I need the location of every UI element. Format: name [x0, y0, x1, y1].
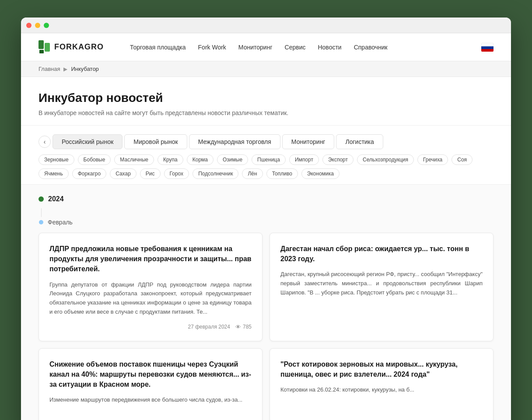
news-excerpt-3: Изменение маршрутов передвижения все бол…	[49, 396, 252, 405]
tag-wheat[interactable]: Пшеница	[252, 154, 286, 165]
breadcrumb-current: Инкубатор	[71, 66, 98, 72]
browser-minimize-dot[interactable]	[35, 23, 40, 28]
logo-text: FORKAGRO	[54, 42, 104, 52]
tag-forkagro[interactable]: Форкагро	[72, 168, 106, 179]
tag-soy[interactable]: Соя	[452, 154, 472, 165]
tag-sugar[interactable]: Сахар	[110, 168, 136, 179]
news-title-2: Дагестан начал сбор риса: ожидается ур..…	[280, 244, 483, 264]
breadcrumb: Главная ▶ Инкубатор	[21, 61, 511, 77]
news-meta-1: 27 февраля 2024 👁 785	[49, 324, 252, 330]
tag-export[interactable]: Экспорт	[322, 154, 354, 165]
tag-sunflower[interactable]: Подсолнечник	[192, 168, 238, 179]
tag-economy[interactable]: Экономика	[301, 168, 340, 179]
tag-barley[interactable]: Ячмень	[38, 168, 69, 179]
eye-icon-1: 👁	[235, 324, 241, 330]
page-header: Инкубатор новостей В инкубаторе новостей…	[21, 77, 511, 126]
browser-close-dot[interactable]	[26, 23, 32, 28]
timeline-month: Февраль	[38, 219, 494, 226]
logo[interactable]: FORKAGRO	[38, 40, 104, 54]
tab-monitoring[interactable]: Мониторинг	[282, 134, 335, 149]
nav-trading[interactable]: Торговая площадка	[130, 44, 186, 51]
svg-rect-0	[38, 40, 44, 49]
news-title-1: ЛДПР предложила новые требования к ценни…	[49, 244, 252, 274]
nav-monitoring[interactable]: Мониторинг	[238, 44, 273, 51]
news-excerpt-4: Котировки на 26.02.24: котировки, кукуру…	[280, 385, 483, 395]
svg-rect-1	[45, 43, 50, 52]
tag-oilseeds[interactable]: Масличные	[114, 154, 154, 165]
tag-agri[interactable]: Сельхозпродукция	[357, 154, 414, 165]
timeline-year-dot	[38, 196, 44, 202]
svg-rect-2	[39, 50, 44, 53]
news-title-3: Снижение объемов поставок пшеницы через …	[49, 359, 252, 390]
site-header: FORKAGRO Торговая площадка Fork Work Мон…	[21, 33, 511, 61]
browser-chrome	[21, 18, 511, 33]
nav-news[interactable]: Новости	[318, 44, 341, 51]
tag-cereals[interactable]: Крупа	[158, 154, 183, 165]
language-flag[interactable]	[481, 43, 494, 52]
tag-import[interactable]: Импорт	[289, 154, 319, 165]
nav-reference[interactable]: Справочник	[354, 44, 388, 51]
timeline-year-label: 2024	[48, 195, 64, 203]
tag-flax[interactable]: Лён	[242, 168, 262, 179]
timeline-month-label: Февраль	[48, 219, 73, 226]
news-card-4[interactable]: "Рост котировок зерновых на мировых... к…	[270, 348, 494, 420]
main-content: 2024 Февраль ЛДПР предложила новые требо…	[21, 185, 511, 420]
news-views-1: 👁 785	[235, 324, 252, 330]
tag-fuel[interactable]: Топливо	[266, 168, 298, 179]
nav-service[interactable]: Сервис	[285, 44, 306, 51]
tab-international-trade[interactable]: Международная торговля	[189, 134, 280, 149]
timeline-line	[41, 208, 42, 217]
tag-feed[interactable]: Корма	[187, 154, 214, 165]
timeline-year: 2024	[38, 195, 494, 203]
tag-grains[interactable]: Зерновые	[38, 154, 74, 165]
news-card-2[interactable]: Дагестан начал сбор риса: ожидается ур..…	[270, 233, 494, 341]
tag-legumes[interactable]: Бобовые	[78, 154, 111, 165]
news-grid: ЛДПР предложила новые требования к ценни…	[38, 233, 494, 420]
tab-russian-market[interactable]: Российский рынок	[52, 134, 122, 149]
timeline-month-dot	[39, 220, 43, 224]
news-card-3[interactable]: Снижение объемов поставок пшеницы через …	[38, 348, 262, 420]
breadcrumb-separator: ▶	[63, 66, 67, 72]
tag-filters: Зерновые Бобовые Масличные Крупа Корма О…	[21, 149, 511, 185]
tab-prev-arrow[interactable]: ‹	[38, 136, 51, 148]
tag-rice[interactable]: Рис	[140, 168, 161, 179]
news-title-4: "Рост котировок зерновых на мировых... к…	[280, 359, 483, 379]
tag-winter[interactable]: Озимые	[217, 154, 248, 165]
tab-world-market[interactable]: Мировой рынок	[124, 134, 187, 149]
tag-buckwheat[interactable]: Гречиха	[417, 154, 448, 165]
news-excerpt-1: Группа депутатов от фракции ЛДПР под рук…	[49, 280, 252, 317]
category-tabs: ‹ Российский рынок Мировой рынок Междуна…	[21, 126, 511, 149]
page-subtitle: В инкубаторе новостей на сайте могут быт…	[38, 109, 494, 116]
news-card-1[interactable]: ЛДПР предложила новые требования к ценни…	[38, 233, 262, 341]
nav-forkwork[interactable]: Fork Work	[198, 44, 226, 51]
news-date-1: 27 февраля 2024	[188, 324, 230, 330]
tag-pea[interactable]: Горох	[164, 168, 189, 179]
logo-icon	[38, 40, 51, 54]
browser-window: FORKAGRO Торговая площадка Fork Work Мон…	[21, 18, 511, 420]
news-excerpt-2: Дагестан, крупный рисосеющий регион РФ, …	[280, 270, 483, 297]
browser-maximize-dot[interactable]	[44, 23, 49, 28]
breadcrumb-home[interactable]: Главная	[38, 66, 60, 72]
tab-logistics[interactable]: Логистика	[336, 134, 383, 149]
page-title: Инкубатор новостей	[38, 91, 494, 105]
main-nav: Торговая площадка Fork Work Мониторинг С…	[130, 44, 464, 51]
news-views-count-1: 785	[243, 324, 252, 330]
